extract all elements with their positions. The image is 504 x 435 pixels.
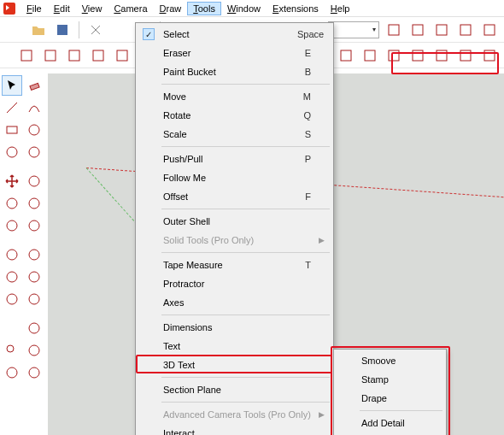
vray-icon[interactable] xyxy=(408,21,427,39)
menu-item-label: Axes xyxy=(163,297,311,308)
menu-item-tape-measure[interactable]: Tape MeasureT xyxy=(138,256,331,274)
followme-tool-icon[interactable] xyxy=(24,193,44,214)
svg-point-46 xyxy=(7,294,17,304)
drape-icon[interactable] xyxy=(432,46,451,65)
top-view-icon[interactable] xyxy=(65,46,84,65)
protractor-tool-icon[interactable] xyxy=(2,267,22,287)
menu-item-label: Eraser xyxy=(163,48,297,58)
smoove-icon[interactable] xyxy=(384,46,403,65)
menu-item-scale[interactable]: ScaleS xyxy=(138,125,331,144)
menu-item-shortcut: P xyxy=(297,154,311,164)
zoom-extents-tool-icon[interactable] xyxy=(2,362,22,383)
menu-item-push-pull[interactable]: Push/PullP xyxy=(138,150,331,168)
add-detail-icon[interactable] xyxy=(456,46,475,65)
menu-tools[interactable]: Tools xyxy=(187,2,221,15)
zoom-window-tool-icon[interactable] xyxy=(24,340,44,361)
svg-rect-28 xyxy=(437,50,447,61)
submenu-item-smoove[interactable]: Smoove xyxy=(336,351,444,370)
axes-tool-icon[interactable] xyxy=(2,289,22,309)
pushpull-tool-icon[interactable] xyxy=(24,171,44,191)
cut-icon[interactable] xyxy=(86,21,105,39)
zoom-tool-icon[interactable] xyxy=(2,340,22,361)
iso-icon[interactable] xyxy=(41,46,60,65)
menu-file[interactable]: File xyxy=(21,2,48,15)
flip-edge-icon[interactable] xyxy=(480,46,499,65)
rotate-tool-icon[interactable] xyxy=(2,193,22,214)
menu-item-section-plane[interactable]: Section Plane xyxy=(138,380,331,399)
submenu-item-add-detail[interactable]: Add Detail xyxy=(336,414,444,432)
submenu-item-drape[interactable]: Drape xyxy=(336,389,444,408)
menu-view[interactable]: View xyxy=(76,2,108,15)
text-tool-icon[interactable] xyxy=(24,267,44,287)
svg-point-44 xyxy=(7,272,17,282)
menu-separator xyxy=(161,402,330,403)
save-icon[interactable] xyxy=(53,21,72,39)
submenu-item-stamp[interactable]: Stamp xyxy=(336,370,444,389)
scale-tool-icon[interactable] xyxy=(2,215,22,236)
rectangle-tool-icon[interactable] xyxy=(2,120,22,140)
menu-separator xyxy=(161,209,330,209)
sandbox-a-icon[interactable] xyxy=(337,46,355,65)
tape-tool-icon[interactable] xyxy=(2,244,22,265)
menu-item-label: Advanced Camera Tools (Pro Only) xyxy=(163,409,311,420)
stamp-icon[interactable] xyxy=(408,46,427,65)
new-file-icon[interactable]: + xyxy=(5,21,24,39)
menu-item-outer-shell[interactable]: Outer Shell xyxy=(138,212,331,231)
menu-item-shortcut: B xyxy=(297,67,311,77)
open-file-icon[interactable] xyxy=(29,21,48,39)
style-combo[interactable] xyxy=(328,21,379,38)
submenu-arrow-icon: ▶ xyxy=(319,236,325,244)
check-icon: ✓ xyxy=(143,28,155,40)
menu-item-3d-text[interactable]: 3D Text xyxy=(138,356,331,374)
menu-item-label: Push/Pull xyxy=(163,154,297,164)
3dtext-tool-icon[interactable] xyxy=(24,289,44,309)
menu-item-rotate[interactable]: RotateQ xyxy=(138,106,331,125)
menu-item-offset[interactable]: OffsetF xyxy=(138,187,331,206)
menu-item-label: Offset xyxy=(163,191,297,202)
menu-item-move[interactable]: MoveM xyxy=(138,87,331,106)
menu-item-protractor[interactable]: Protractor xyxy=(138,274,331,293)
menu-camera[interactable]: Camera xyxy=(108,2,153,15)
menu-edit[interactable]: Edit xyxy=(48,2,76,15)
move-tool-icon[interactable] xyxy=(2,171,22,191)
line-tool-icon[interactable] xyxy=(2,97,22,118)
render-preset-icon[interactable] xyxy=(432,21,451,39)
eraser-tool-icon[interactable] xyxy=(24,75,44,96)
right-view-icon[interactable] xyxy=(113,46,132,65)
render-output-icon[interactable] xyxy=(480,21,499,39)
menu-item-dimensions[interactable]: Dimensions xyxy=(138,318,331,337)
menu-item-interact[interactable]: Interact xyxy=(138,424,331,435)
shadow-icon[interactable] xyxy=(384,21,403,39)
menu-item-follow-me[interactable]: Follow Me xyxy=(138,168,331,187)
polygon-tool-icon[interactable] xyxy=(2,142,22,162)
arc-tool-icon[interactable] xyxy=(24,97,44,118)
menu-item-text[interactable]: Text xyxy=(138,337,331,356)
circle-tool-icon[interactable] xyxy=(24,120,44,140)
make-component-icon[interactable] xyxy=(17,46,36,65)
tools-menu-dropdown: ✓SelectSpaceEraserEPaint BucketBMoveMRot… xyxy=(135,22,334,435)
render-icon[interactable] xyxy=(456,21,475,39)
previous-view-icon[interactable] xyxy=(24,362,44,383)
menu-window[interactable]: Window xyxy=(221,2,267,15)
freehand-tool-icon[interactable] xyxy=(24,142,44,162)
front-view-icon[interactable] xyxy=(89,46,108,65)
menu-extensions[interactable]: Extensions xyxy=(267,2,325,15)
select-tool-icon[interactable] xyxy=(2,75,22,96)
dimension-tool-icon[interactable] xyxy=(24,244,44,265)
svg-point-54 xyxy=(29,367,39,378)
menu-item-label: Dimensions xyxy=(163,322,311,332)
sandbox-b-icon[interactable] xyxy=(360,46,379,65)
orbit-tool-icon[interactable] xyxy=(2,318,22,338)
menu-item-axes[interactable]: Axes xyxy=(138,293,331,312)
menu-item-paint-bucket[interactable]: Paint BucketB xyxy=(138,62,331,81)
menu-item-label: Section Plane xyxy=(163,385,311,395)
copy-icon[interactable] xyxy=(110,21,129,39)
menu-help[interactable]: Help xyxy=(325,2,356,15)
pan-tool-icon[interactable] xyxy=(24,318,44,338)
offset-tool-icon[interactable] xyxy=(24,215,44,236)
menu-draw[interactable]: Draw xyxy=(154,2,188,15)
menu-item-advanced-camera-tools-pro-only-: Advanced Camera Tools (Pro Only)▶ xyxy=(138,405,331,424)
menu-item-eraser[interactable]: EraserE xyxy=(138,44,331,62)
menu-separator xyxy=(161,252,330,253)
menu-item-select[interactable]: ✓SelectSpace xyxy=(138,25,331,44)
